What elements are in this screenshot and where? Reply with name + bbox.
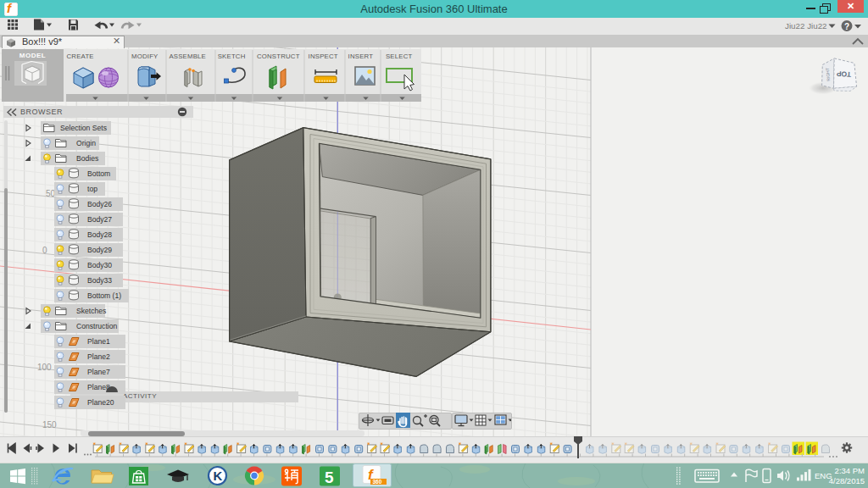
svg-text:top: top bbox=[87, 185, 97, 193]
svg-text:INSPECT: INSPECT bbox=[309, 53, 338, 60]
svg-text:Body27: Body27 bbox=[87, 215, 112, 224]
svg-text:?: ? bbox=[844, 22, 849, 31]
svg-text:Construction: Construction bbox=[76, 322, 117, 330]
svg-text:Plane7: Plane7 bbox=[87, 368, 110, 376]
svg-text:TOP: TOP bbox=[836, 69, 851, 79]
svg-text:CREATE: CREATE bbox=[67, 53, 94, 60]
svg-text:Sketches: Sketches bbox=[76, 307, 106, 315]
svg-text:360: 360 bbox=[373, 479, 382, 485]
svg-text:Body26: Body26 bbox=[87, 200, 112, 208]
svg-text:Selection Sets: Selection Sets bbox=[60, 124, 107, 132]
svg-text:Origin: Origin bbox=[76, 139, 96, 147]
svg-text:150: 150 bbox=[42, 420, 57, 430]
svg-text:Jiu22 Jiu22: Jiu22 Jiu22 bbox=[785, 21, 827, 30]
svg-text:4/28/2015: 4/28/2015 bbox=[829, 476, 865, 485]
svg-text:Plane1: Plane1 bbox=[87, 337, 110, 346]
svg-text:Bodies: Bodies bbox=[76, 154, 98, 163]
svg-text:Bottom: Bottom bbox=[87, 169, 110, 178]
svg-text:MODIFY: MODIFY bbox=[131, 53, 159, 60]
svg-text:CONSTRUCT: CONSTRUCT bbox=[257, 53, 300, 60]
svg-text:2:34 PM: 2:34 PM bbox=[835, 466, 865, 475]
svg-text:K: K bbox=[214, 469, 223, 483]
svg-text:INSERT: INSERT bbox=[348, 53, 374, 60]
svg-text:Plane2: Plane2 bbox=[87, 352, 110, 361]
svg-text:5: 5 bbox=[325, 469, 334, 486]
svg-text:Plane20: Plane20 bbox=[87, 398, 114, 407]
svg-text:SKETCH: SKETCH bbox=[218, 53, 246, 60]
svg-text:Body33: Body33 bbox=[87, 276, 112, 285]
svg-text:Bottom (1): Bottom (1) bbox=[87, 291, 121, 300]
svg-text:Body28: Body28 bbox=[87, 230, 112, 239]
svg-text:SELECT: SELECT bbox=[386, 53, 413, 60]
svg-text:Body30: Body30 bbox=[87, 261, 112, 269]
svg-text:Body29: Body29 bbox=[87, 246, 112, 254]
svg-text:ASSEMBLE: ASSEMBLE bbox=[169, 53, 206, 60]
